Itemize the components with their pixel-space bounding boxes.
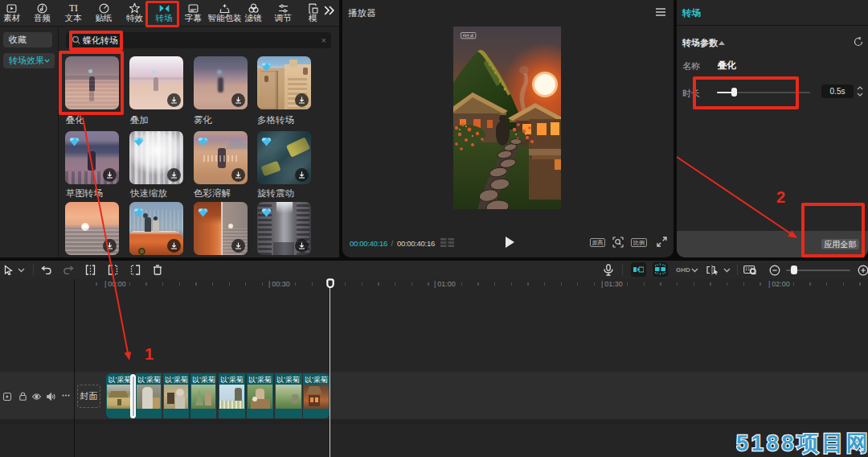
svg-text:5188项目网: 5188项目网 xyxy=(736,431,868,455)
svg-text:TI: TI xyxy=(68,3,77,14)
